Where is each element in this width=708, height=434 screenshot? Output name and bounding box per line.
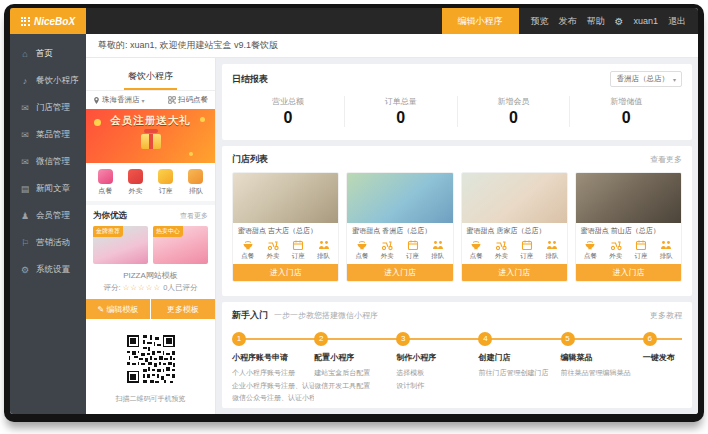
pick-image-2[interactable]: 热卖中心 xyxy=(153,226,208,264)
publish-link[interactable]: 发布 xyxy=(559,15,577,28)
step-link[interactable]: 前往菜品管理编辑菜品 xyxy=(561,367,643,380)
step-link[interactable]: 设计制作 xyxy=(396,380,478,393)
promo-banner[interactable]: 会员注册送大礼 xyxy=(86,109,215,163)
rating-label: 评分: xyxy=(103,283,120,292)
step-link[interactable]: 建站宝盒后台配置 xyxy=(314,367,396,380)
picks-more-link[interactable]: 查看更多 xyxy=(180,211,208,221)
feature-reserve[interactable]: 订座 xyxy=(635,239,648,261)
rating-stars[interactable]: ☆☆☆☆☆ xyxy=(123,283,162,292)
tab-restaurant-miniprogram[interactable]: 餐饮小程序 xyxy=(124,70,177,90)
step-title: 小程序账号申请 xyxy=(232,352,314,363)
store-photo xyxy=(576,173,681,223)
quick-link-queue[interactable]: 排队 xyxy=(188,169,203,196)
topbar: NiceBoX 编辑小程序 预览 发布 帮助 ⚙ xuan1 退出 xyxy=(10,8,698,34)
quick-link-takeout[interactable]: 外卖 xyxy=(128,169,143,196)
feature-reserve[interactable]: 订座 xyxy=(520,239,533,261)
sidebar-item-store-management[interactable]: ✉门店管理 xyxy=(10,94,86,121)
sidebar-item-system-settings[interactable]: ⚙系统设置 xyxy=(10,256,86,283)
username[interactable]: xuan1 xyxy=(633,16,658,26)
enter-store-button[interactable]: 进入门店 xyxy=(347,264,452,281)
miniprogram-preview-panel: 餐饮小程序 珠海香洲店 ▾ 扫码点餐 会 xyxy=(86,58,216,414)
guide-more-link[interactable]: 更多教程 xyxy=(650,310,682,321)
feature-queue[interactable]: 排队 xyxy=(431,239,444,261)
more-templates-button[interactable]: 更多模板 xyxy=(151,299,215,319)
template-rating: 评分: ☆☆☆☆☆ 0人已评分 xyxy=(93,283,208,293)
scooter-icon xyxy=(267,239,279,251)
scan-order-label: 扫码点餐 xyxy=(178,95,208,105)
calendar-icon xyxy=(521,239,533,251)
welcome-bar: 尊敬的: xuan1, 欢迎使用建站宝盒 v9.1餐饮版 xyxy=(86,34,698,58)
feature-queue[interactable]: 排队 xyxy=(660,239,673,261)
getting-started-card: 新手入门 一步一步教您搭建微信小程序 更多教程 1 2 3 4 xyxy=(222,302,692,408)
feature-order[interactable]: 点餐 xyxy=(584,239,597,261)
bowl-icon xyxy=(356,239,368,251)
guide-step-build: 制作小程序 选择模板 设计制作 xyxy=(396,352,478,405)
store-select-dropdown[interactable]: 香洲店（总店） ▾ xyxy=(610,71,682,87)
pick-image-1[interactable]: 金牌推荐 xyxy=(93,226,148,264)
sidebar-item-home[interactable]: ⌂首页 xyxy=(10,40,86,67)
feature-takeout[interactable]: 外卖 xyxy=(609,239,622,261)
quick-link-reserve[interactable]: 订座 xyxy=(158,169,173,196)
calendar-icon xyxy=(635,239,647,251)
quick-link-label: 外卖 xyxy=(128,186,143,196)
preview-tab-row: 餐饮小程序 xyxy=(86,58,215,91)
enter-store-button[interactable]: 进入门店 xyxy=(233,264,338,281)
sidebar-item-member-management[interactable]: ♟会员管理 xyxy=(10,202,86,229)
enter-store-button[interactable]: 进入门店 xyxy=(576,264,681,281)
step-link[interactable]: 微信公众号注册、认证小程序 xyxy=(232,392,314,405)
step-dot-2: 2 xyxy=(314,332,328,346)
feature-queue[interactable]: 排队 xyxy=(546,239,559,261)
sidebar-item-dish-management[interactable]: ✉菜品管理 xyxy=(10,121,86,148)
store-card-jida: 蜜语甜点 吉大店（总店） 点餐 外卖 订座 排队 进入门店 xyxy=(232,172,339,282)
sidebar-item-label: 系统设置 xyxy=(36,264,70,276)
step-link[interactable]: 前往门店管理创建门店 xyxy=(478,367,560,380)
chevron-down-icon: ▾ xyxy=(142,97,145,104)
window-frame: NiceBoX 编辑小程序 预览 发布 帮助 ⚙ xuan1 退出 ⌂首页 ♪餐… xyxy=(4,4,704,422)
edit-template-button[interactable]: ✎ 编辑模板 xyxy=(86,299,150,319)
sidebar-item-marketing[interactable]: ⚐营销活动 xyxy=(10,229,86,256)
coin-icon xyxy=(189,152,193,156)
feature-takeout[interactable]: 外卖 xyxy=(381,239,394,261)
stores-more-link[interactable]: 查看更多 xyxy=(650,154,682,165)
quick-link-order[interactable]: 点餐 xyxy=(98,169,113,196)
store-list-card: 门店列表 查看更多 蜜语甜点 吉大店（总店） 点餐 外卖 xyxy=(222,146,692,296)
sidebar-item-wechat-management[interactable]: ✉微信管理 xyxy=(10,148,86,175)
help-link[interactable]: 帮助 xyxy=(587,15,605,28)
guide-timeline: 1 2 3 4 5 6 xyxy=(232,332,682,346)
step-link[interactable]: 选择模板 xyxy=(396,367,478,380)
bowl-icon xyxy=(584,239,596,251)
feature-order[interactable]: 点餐 xyxy=(470,239,483,261)
report-title: 日结报表 xyxy=(232,73,268,86)
store-select-value: 香洲店（总店） xyxy=(616,74,669,84)
logout-link[interactable]: 退出 xyxy=(668,15,686,28)
feature-order[interactable]: 点餐 xyxy=(355,239,368,261)
feature-label: 外卖 xyxy=(266,252,279,261)
guide-step-configure: 配置小程序 建站宝盒后台配置 微信开发工具配置 xyxy=(314,352,396,405)
feature-takeout[interactable]: 外卖 xyxy=(495,239,508,261)
metric-value: 0 xyxy=(458,109,570,127)
template-name: PIZZA网站模板 xyxy=(93,270,208,281)
store-photo xyxy=(462,173,567,223)
feature-reserve[interactable]: 订座 xyxy=(406,239,419,261)
location-selector[interactable]: 珠海香洲店 ▾ xyxy=(93,95,145,105)
preview-link[interactable]: 预览 xyxy=(531,15,549,28)
step-link[interactable]: 企业小程序账号注册、认证 xyxy=(232,380,314,393)
feature-queue[interactable]: 排队 xyxy=(317,239,330,261)
gear-icon[interactable]: ⚙ xyxy=(615,16,624,27)
feature-takeout[interactable]: 外卖 xyxy=(266,239,279,261)
store-photo xyxy=(347,173,452,223)
metric-revenue: 营业总额0 xyxy=(232,96,344,127)
scan-order-button[interactable]: 扫码点餐 xyxy=(168,95,208,105)
feature-order[interactable]: 点餐 xyxy=(241,239,254,261)
sidebar-item-restaurant-miniprogram[interactable]: ♪餐饮小程序 xyxy=(10,67,86,94)
feature-label: 排队 xyxy=(660,252,673,261)
edit-miniprogram-button[interactable]: 编辑小程序 xyxy=(442,8,519,34)
sidebar-item-label: 营销活动 xyxy=(36,237,70,249)
step-link[interactable]: 微信开发工具配置 xyxy=(314,380,396,393)
feature-reserve[interactable]: 订座 xyxy=(292,239,305,261)
brand-logo[interactable]: NiceBoX xyxy=(10,8,86,34)
step-link[interactable]: 个人小程序账号注册 xyxy=(232,367,314,380)
wechat-icon: ✉ xyxy=(20,157,30,167)
sidebar-item-news-articles[interactable]: ▤新闻文章 xyxy=(10,175,86,202)
enter-store-button[interactable]: 进入门店 xyxy=(462,264,567,281)
